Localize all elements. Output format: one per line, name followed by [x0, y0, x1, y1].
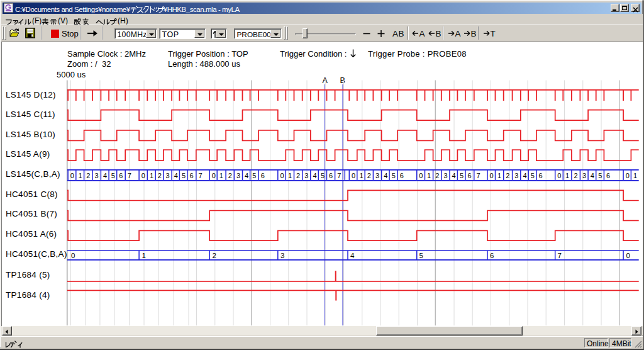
svg-text:6: 6 [468, 172, 472, 179]
svg-text:7: 7 [337, 172, 341, 179]
svg-text:5: 5 [182, 172, 186, 179]
svg-text:4: 4 [384, 172, 387, 179]
svg-text:3: 3 [375, 172, 379, 179]
svg-text:1: 1 [142, 252, 146, 259]
svg-text:7: 7 [476, 172, 480, 179]
svg-text:3: 3 [304, 172, 308, 179]
svg-text:4: 4 [174, 172, 178, 179]
svg-text:5: 5 [321, 172, 325, 179]
svg-text:5: 5 [111, 172, 115, 179]
svg-text:5: 5 [531, 172, 535, 179]
svg-text:1: 1 [78, 172, 82, 179]
svg-text:0: 0 [626, 252, 630, 259]
svg-text:0: 0 [212, 172, 216, 179]
svg-text:1: 1 [219, 172, 223, 179]
svg-text:5: 5 [419, 252, 423, 259]
svg-text:1: 1 [497, 172, 501, 179]
svg-text:2: 2 [574, 172, 578, 179]
svg-text:3: 3 [280, 252, 284, 259]
svg-text:2: 2 [213, 252, 216, 259]
svg-text:5: 5 [392, 172, 396, 179]
svg-text:6: 6 [261, 172, 265, 179]
svg-text:3: 3 [443, 172, 447, 179]
svg-text:4: 4 [103, 172, 107, 179]
svg-text:4: 4 [523, 172, 526, 179]
svg-text:0: 0 [352, 172, 355, 179]
svg-text:4: 4 [350, 252, 355, 259]
svg-text:4: 4 [591, 172, 594, 179]
svg-text:6: 6 [539, 172, 543, 179]
svg-text:0: 0 [419, 172, 423, 179]
svg-text:5: 5 [252, 172, 256, 179]
svg-text:4: 4 [313, 172, 316, 179]
svg-text:7: 7 [198, 172, 202, 179]
svg-text:7: 7 [558, 252, 562, 259]
svg-text:3: 3 [582, 172, 586, 179]
svg-text:3: 3 [236, 172, 240, 179]
svg-text:6: 6 [490, 252, 494, 259]
svg-text:1: 1 [150, 172, 153, 179]
svg-text:2: 2 [158, 172, 162, 179]
svg-text:3: 3 [95, 172, 99, 179]
svg-text:6: 6 [190, 172, 194, 179]
svg-text:1: 1 [633, 172, 637, 179]
svg-text:2: 2 [228, 172, 232, 179]
svg-text:0: 0 [71, 252, 75, 259]
svg-text:0: 0 [490, 172, 494, 179]
svg-text:0: 0 [557, 172, 561, 179]
svg-text:0: 0 [626, 172, 630, 179]
svg-text:5: 5 [460, 172, 464, 179]
svg-text:2: 2 [506, 172, 509, 179]
svg-text:0: 0 [142, 172, 145, 179]
svg-text:4: 4 [452, 172, 456, 179]
svg-text:1: 1 [288, 172, 292, 179]
svg-text:1: 1 [565, 172, 569, 179]
svg-text:1: 1 [359, 172, 363, 179]
svg-text:5: 5 [598, 172, 602, 179]
svg-text:4: 4 [245, 172, 248, 179]
svg-text:6: 6 [119, 172, 123, 179]
svg-text:2: 2 [367, 172, 371, 179]
svg-text:2: 2 [435, 172, 439, 179]
svg-text:2: 2 [296, 172, 300, 179]
svg-text:6: 6 [400, 172, 404, 179]
svg-text:6: 6 [606, 172, 610, 179]
svg-text:6: 6 [329, 172, 333, 179]
svg-text:3: 3 [514, 172, 518, 179]
svg-text:1: 1 [427, 172, 431, 179]
svg-text:0: 0 [70, 172, 74, 179]
svg-text:0: 0 [280, 172, 284, 179]
svg-text:3: 3 [166, 172, 170, 179]
svg-text:2: 2 [86, 172, 90, 179]
svg-text:7: 7 [128, 172, 131, 179]
